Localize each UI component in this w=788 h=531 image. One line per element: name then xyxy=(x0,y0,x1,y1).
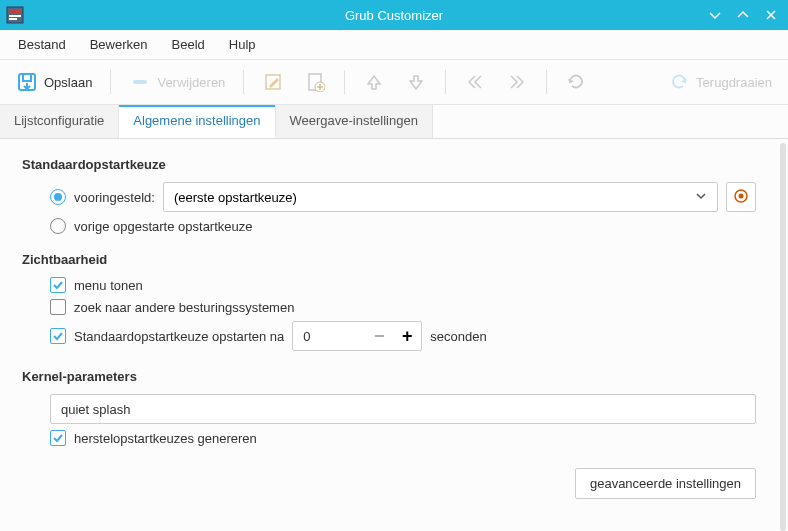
separator xyxy=(546,70,547,94)
separator xyxy=(110,70,111,94)
separator xyxy=(445,70,446,94)
titlebar: Grub Customizer xyxy=(0,0,788,30)
save-label: Opslaan xyxy=(44,75,92,90)
timeout-checkbox[interactable] xyxy=(50,328,66,344)
move-down-button xyxy=(399,67,433,97)
remove-button: Verwijderen xyxy=(123,67,231,97)
tab-list-config[interactable]: Lijstconfiguratie xyxy=(0,105,119,138)
move-left-button xyxy=(458,67,492,97)
tab-content-general: Standaardopstartkeuze vooringesteld: (ee… xyxy=(0,139,778,531)
minimize-button[interactable] xyxy=(708,8,722,22)
timeout-label: Standaardopstartkeuze opstarten na xyxy=(74,329,284,344)
edit-entry-button xyxy=(256,67,290,97)
target-icon xyxy=(733,188,749,207)
revert-button: Terugdraaien xyxy=(662,67,778,97)
tab-general-settings[interactable]: Algemene instellingen xyxy=(119,105,275,138)
refresh-button xyxy=(559,67,593,97)
show-menu-label: menu tonen xyxy=(74,278,143,293)
new-entry-icon xyxy=(304,71,326,93)
separator xyxy=(243,70,244,94)
remove-label: Verwijderen xyxy=(157,75,225,90)
tab-display-settings[interactable]: Weergave-instellingen xyxy=(276,105,433,138)
svg-point-10 xyxy=(739,193,744,198)
timeout-increment[interactable]: + xyxy=(393,322,421,350)
preset-select[interactable]: (eerste opstartkeuze) xyxy=(163,182,718,212)
timeout-spinner[interactable]: 0 − + xyxy=(292,321,422,351)
refresh-icon xyxy=(565,71,587,93)
double-arrow-right-icon xyxy=(506,71,528,93)
kernel-params-value: quiet splash xyxy=(61,402,130,417)
svg-rect-5 xyxy=(133,80,147,84)
show-menu-checkbox[interactable] xyxy=(50,277,66,293)
previous-radio-label: vorige opgestarte opstartkeuze xyxy=(74,219,253,234)
svg-rect-1 xyxy=(9,9,21,13)
remove-icon xyxy=(129,71,151,93)
save-icon xyxy=(16,71,38,93)
chevron-down-icon xyxy=(695,190,707,205)
timeout-value: 0 xyxy=(293,329,365,344)
preset-radio-label: vooringesteld: xyxy=(74,190,155,205)
window-title: Grub Customizer xyxy=(0,8,788,23)
arrow-up-icon xyxy=(363,71,385,93)
preset-config-button[interactable] xyxy=(726,182,756,212)
arrow-down-icon xyxy=(405,71,427,93)
tab-bar: Lijstconfiguratie Algemene instellingen … xyxy=(0,105,788,139)
separator xyxy=(344,70,345,94)
save-button[interactable]: Opslaan xyxy=(10,67,98,97)
toolbar: Opslaan Verwijderen Terugdraaien xyxy=(0,60,788,105)
menu-view[interactable]: Beeld xyxy=(162,33,215,56)
maximize-button[interactable] xyxy=(736,8,750,22)
recovery-checkbox[interactable] xyxy=(50,430,66,446)
probe-os-checkbox[interactable] xyxy=(50,299,66,315)
vertical-scrollbar[interactable] xyxy=(778,139,788,531)
revert-label: Terugdraaien xyxy=(696,75,772,90)
timeout-decrement[interactable]: − xyxy=(365,322,393,350)
preset-select-value: (eerste opstartkeuze) xyxy=(174,190,297,205)
advanced-settings-button[interactable]: geavanceerde instellingen xyxy=(575,468,756,499)
menu-edit[interactable]: Bewerken xyxy=(80,33,158,56)
previous-radio[interactable] xyxy=(50,218,66,234)
scrollbar-thumb[interactable] xyxy=(780,143,786,531)
double-arrow-left-icon xyxy=(464,71,486,93)
edit-icon xyxy=(262,71,284,93)
default-entry-section-title: Standaardopstartkeuze xyxy=(22,157,756,172)
recovery-label: herstelopstartkeuzes genereren xyxy=(74,431,257,446)
timeout-unit: seconden xyxy=(430,329,486,344)
new-entry-button xyxy=(298,67,332,97)
move-up-button xyxy=(357,67,391,97)
menu-file[interactable]: Bestand xyxy=(8,33,76,56)
close-button[interactable] xyxy=(764,8,778,22)
menu-help[interactable]: Hulp xyxy=(219,33,266,56)
kernel-params-input[interactable]: quiet splash xyxy=(50,394,756,424)
app-icon xyxy=(6,6,24,24)
probe-os-label: zoek naar andere besturingssystemen xyxy=(74,300,294,315)
kernel-section-title: Kernel-parameters xyxy=(22,369,756,384)
menubar: Bestand Bewerken Beeld Hulp xyxy=(0,30,788,60)
preset-radio[interactable] xyxy=(50,189,66,205)
svg-rect-2 xyxy=(9,15,21,17)
svg-rect-3 xyxy=(9,18,17,20)
revert-icon xyxy=(668,71,690,93)
move-right-button xyxy=(500,67,534,97)
visibility-section-title: Zichtbaarheid xyxy=(22,252,756,267)
